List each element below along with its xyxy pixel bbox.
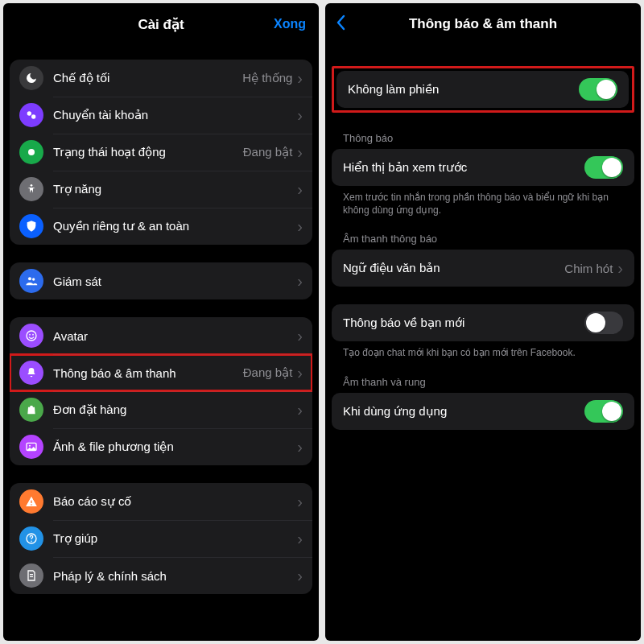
bag-icon bbox=[19, 398, 43, 422]
chevron-right-icon: › bbox=[297, 181, 303, 197]
row-label: Báo cáo sự cố bbox=[53, 494, 297, 509]
settings-row[interactable]: Thông báo về bạn mới bbox=[332, 304, 634, 341]
svg-rect-11 bbox=[31, 501, 31, 503]
chevron-right-icon: › bbox=[297, 107, 303, 123]
row-label: Chuyển tài khoản bbox=[53, 108, 297, 122]
settings-row[interactable]: Thông báo & âm thanhĐang bật› bbox=[10, 354, 312, 391]
shield-icon bbox=[19, 214, 43, 238]
settings-row[interactable]: Đơn đặt hàng› bbox=[10, 391, 312, 428]
settings-row[interactable]: Pháp lý & chính sách› bbox=[10, 557, 312, 594]
page-title: Thông báo & âm thanh bbox=[409, 16, 557, 32]
row-label: Thông báo & âm thanh bbox=[53, 366, 243, 380]
toggle[interactable] bbox=[584, 400, 623, 423]
settings-group: Báo cáo sự cố›Trợ giúp›Pháp lý & chính s… bbox=[10, 483, 312, 594]
row-label: Không làm phiền bbox=[348, 82, 579, 97]
svg-point-1 bbox=[31, 114, 35, 118]
svg-point-14 bbox=[31, 541, 32, 543]
notifications-list: Không làm phiềnThông báoHiển thị bản xem… bbox=[325, 45, 641, 641]
settings-list: Chế độ tốiHệ thống›Chuyển tài khoản›Trạn… bbox=[3, 45, 319, 641]
switch-icon bbox=[19, 103, 43, 127]
row-value: Chim hót bbox=[564, 262, 613, 275]
back-button[interactable] bbox=[336, 14, 346, 34]
svg-point-0 bbox=[27, 111, 31, 115]
settings-row[interactable]: Trợ giúp› bbox=[10, 520, 312, 557]
chevron-right-icon: › bbox=[297, 70, 303, 86]
row-label: Giám sát bbox=[53, 275, 297, 288]
settings-row[interactable]: Trạng thái hoạt độngĐang bật› bbox=[10, 134, 312, 171]
moon-icon bbox=[19, 66, 43, 90]
settings-row[interactable]: Chế độ tốiHệ thống› bbox=[10, 60, 312, 97]
row-label: Trợ giúp bbox=[53, 531, 297, 546]
toggle[interactable] bbox=[584, 312, 623, 334]
settings-row[interactable]: Giám sát› bbox=[10, 262, 312, 299]
row-label: Trạng thái hoạt động bbox=[53, 145, 243, 159]
smiley-icon bbox=[19, 324, 43, 348]
chevron-right-icon: › bbox=[297, 568, 303, 584]
row-value: Đang bật bbox=[243, 365, 293, 380]
chevron-right-icon: › bbox=[297, 273, 303, 289]
done-button[interactable]: Xong bbox=[274, 17, 306, 31]
chevron-right-icon: › bbox=[297, 530, 303, 547]
help-icon bbox=[19, 526, 43, 551]
notifications-screen: Thông báo & âm thanh Không làm phiềnThôn… bbox=[325, 3, 641, 641]
toggle[interactable] bbox=[584, 156, 623, 179]
settings-screen: Cài đặt Xong Chế độ tốiHệ thống›Chuyển t… bbox=[3, 3, 319, 641]
settings-row[interactable]: Hiển thị bản xem trước bbox=[332, 149, 634, 186]
svg-point-4 bbox=[28, 277, 31, 280]
settings-row[interactable]: Báo cáo sự cố› bbox=[10, 483, 312, 520]
settings-group: Avatar›Thông báo & âm thanhĐang bật›Đơn … bbox=[10, 317, 312, 465]
row-label: Avatar bbox=[53, 329, 297, 343]
section-footer: Tạo đoạn chat mới khi bạn có bạn mới trê… bbox=[332, 341, 634, 375]
chevron-right-icon: › bbox=[297, 218, 303, 234]
bell-icon bbox=[19, 361, 43, 385]
svg-rect-12 bbox=[31, 504, 31, 505]
chevron-right-icon: › bbox=[297, 144, 303, 160]
row-label: Ảnh & file phương tiện bbox=[53, 440, 297, 454]
section-header: Thông báo bbox=[332, 132, 634, 149]
settings-row[interactable]: Ảnh & file phương tiện› bbox=[10, 428, 312, 465]
chevron-right-icon: › bbox=[297, 328, 303, 344]
chevron-right-icon: › bbox=[617, 260, 623, 276]
row-label: Khi dùng ứng dụng bbox=[343, 404, 584, 419]
settings-row[interactable]: Ngữ điệu văn bảnChim hót› bbox=[332, 250, 634, 287]
settings-row[interactable]: Quyền riêng tư & an toàn› bbox=[10, 208, 312, 245]
settings-row[interactable]: Trợ năng› bbox=[10, 171, 312, 208]
section-footer: Xem trước tin nhắn trong phần thông báo … bbox=[332, 186, 634, 233]
svg-point-10 bbox=[29, 445, 31, 447]
row-label: Quyền riêng tư & an toàn bbox=[53, 219, 297, 233]
svg-point-3 bbox=[31, 184, 33, 187]
row-label: Trợ năng bbox=[53, 182, 297, 196]
row-label: Chế độ tối bbox=[53, 71, 242, 85]
section-header: Âm thanh thông báo bbox=[332, 233, 634, 250]
chevron-right-icon: › bbox=[297, 493, 303, 510]
settings-row[interactable]: Avatar› bbox=[10, 317, 312, 354]
settings-group: Giám sát› bbox=[10, 262, 312, 299]
warn-icon bbox=[19, 489, 43, 514]
row-label: Đơn đặt hàng bbox=[53, 402, 297, 417]
section-header: Âm thanh và rung bbox=[332, 376, 634, 393]
row-label: Pháp lý & chính sách bbox=[53, 569, 297, 583]
header: Thông báo & âm thanh bbox=[325, 3, 641, 45]
svg-point-8 bbox=[32, 334, 34, 336]
svg-point-5 bbox=[32, 278, 35, 280]
dnd-row[interactable]: Không làm phiền bbox=[336, 71, 629, 108]
row-value: Hệ thống bbox=[242, 71, 292, 85]
dnd-highlight: Không làm phiền bbox=[332, 66, 634, 113]
svg-point-6 bbox=[27, 331, 36, 341]
row-label: Thông báo về bạn mới bbox=[343, 316, 584, 330]
settings-row[interactable]: Chuyển tài khoản› bbox=[10, 97, 312, 134]
svg-point-2 bbox=[28, 149, 35, 155]
doc-icon bbox=[19, 564, 43, 588]
chevron-right-icon: › bbox=[297, 402, 303, 418]
settings-row[interactable]: Khi dùng ứng dụng bbox=[332, 393, 634, 430]
access-icon bbox=[19, 177, 43, 201]
people-icon bbox=[19, 269, 43, 293]
photo-icon bbox=[19, 435, 43, 459]
chevron-right-icon: › bbox=[297, 439, 303, 455]
settings-group: Chế độ tốiHệ thống›Chuyển tài khoản›Trạn… bbox=[10, 60, 312, 245]
dot-icon bbox=[19, 140, 43, 164]
svg-point-7 bbox=[29, 334, 31, 336]
dnd-toggle[interactable] bbox=[579, 78, 617, 101]
chevron-right-icon: › bbox=[297, 365, 303, 381]
header: Cài đặt Xong bbox=[3, 3, 319, 45]
